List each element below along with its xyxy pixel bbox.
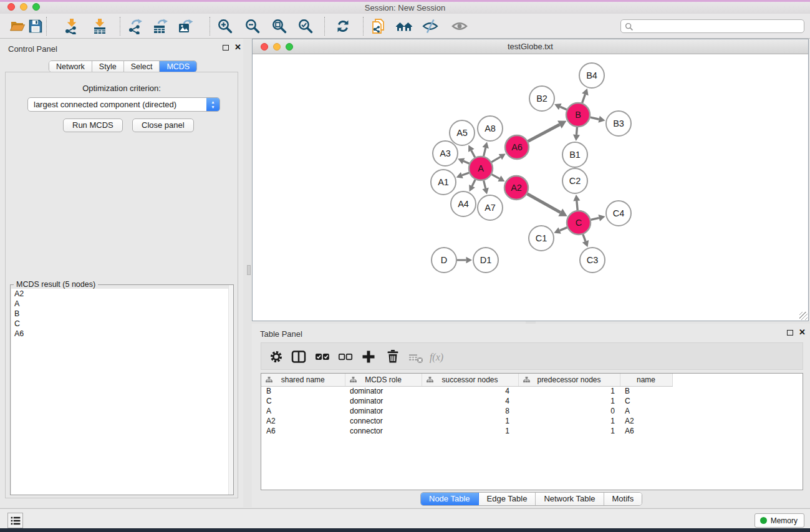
table-cell[interactable]: 0	[518, 406, 620, 416]
mcds-result-item[interactable]: A	[11, 299, 233, 309]
graph-node-C1[interactable]: C1	[529, 226, 554, 251]
graph-node-A8[interactable]: A8	[478, 116, 503, 141]
table-cell[interactable]: C	[620, 396, 672, 406]
export-network-icon[interactable]	[125, 16, 146, 37]
table-cell[interactable]: dominator	[345, 386, 422, 396]
zoom-window-button[interactable]	[32, 3, 40, 11]
tab-network[interactable]: Network	[49, 61, 92, 72]
gear-icon[interactable]	[266, 347, 286, 367]
zoom-selected-icon[interactable]	[295, 16, 316, 37]
graph-node-A4[interactable]: A4	[451, 191, 476, 216]
mcds-result-list[interactable]: A2ABCA6	[11, 289, 233, 495]
criterion-dropdown[interactable]: largest connected component (directed) ▲…	[27, 97, 220, 112]
table-cell[interactable]: connector	[345, 426, 422, 436]
graph-node-B2[interactable]: B2	[529, 86, 554, 111]
tab-select[interactable]: Select	[124, 61, 160, 72]
mcds-result-item[interactable]: A2	[11, 289, 233, 299]
column-header-predecessor-nodes[interactable]: predecessor nodes	[518, 374, 620, 386]
network-graph[interactable]: B4B2BB3A5A8A6A3B1AA1C2A2A4A7CC4C1C3DD1	[253, 54, 808, 321]
graph-node-B3[interactable]: B3	[606, 111, 631, 136]
table-cell[interactable]: A	[620, 406, 672, 416]
table-cell[interactable]: 1	[518, 416, 620, 426]
table-cell[interactable]: 4	[422, 396, 518, 406]
network-close-button[interactable]	[261, 43, 268, 51]
search-input[interactable]	[636, 21, 801, 32]
graph-node-C4[interactable]: C4	[606, 201, 631, 226]
close-window-button[interactable]	[7, 3, 15, 11]
network-zoom-button[interactable]	[286, 43, 293, 51]
column-header-shared-name[interactable]: shared name	[261, 374, 345, 386]
window-resize-grip[interactable]	[799, 312, 808, 320]
zoom-out-icon[interactable]	[242, 16, 263, 37]
table-cell[interactable]: B	[261, 386, 345, 396]
mcds-result-item[interactable]: B	[11, 309, 233, 319]
close-panel-icon[interactable]: ✕	[234, 42, 241, 52]
close-panel-button[interactable]: Close panel	[132, 118, 194, 132]
network-canvas[interactable]: B4B2BB3A5A8A6A3B1AA1C2A2A4A7CC4C1C3DD1	[253, 54, 808, 321]
table-cell[interactable]: 1	[518, 426, 620, 436]
minimize-window-button[interactable]	[20, 3, 27, 11]
table-cell[interactable]: A2	[261, 416, 345, 426]
zoom-fit-icon[interactable]	[269, 16, 290, 37]
export-image-icon[interactable]	[175, 16, 196, 37]
table-row[interactable]: A2connector11A2	[261, 416, 803, 426]
table-cell[interactable]: dominator	[345, 406, 422, 416]
task-history-button[interactable]	[7, 513, 23, 528]
mcds-result-item[interactable]: C	[11, 319, 233, 329]
table-cell[interactable]: A	[261, 406, 345, 416]
graph-node-D1[interactable]: D1	[473, 248, 498, 273]
graph-node-B1[interactable]: B1	[562, 142, 587, 167]
table-cell[interactable]: 1	[518, 396, 620, 406]
table-row[interactable]: Cdominator41C	[261, 396, 803, 406]
memory-button[interactable]: Memory	[755, 513, 804, 528]
run-mcds-button[interactable]: Run MCDS	[63, 118, 123, 132]
float-panel-icon[interactable]	[223, 45, 229, 51]
tab-edge-table[interactable]: Edge Table	[479, 493, 536, 506]
show-selected-icon[interactable]	[449, 16, 470, 37]
column-header-successor-nodes[interactable]: successor nodes	[422, 374, 518, 386]
new-network-from-file-icon[interactable]	[367, 16, 388, 37]
table-cell[interactable]: 1	[422, 416, 518, 426]
result-list-scrollbar[interactable]	[228, 285, 233, 495]
vertical-splitter-handle[interactable]	[247, 265, 251, 275]
mcds-result-item[interactable]: A6	[11, 329, 233, 339]
graph-node-C2[interactable]: C2	[562, 168, 587, 193]
column-header-name[interactable]: name	[620, 374, 672, 386]
graph-node-C3[interactable]: C3	[580, 248, 605, 273]
graph-node-A5[interactable]: A5	[450, 120, 475, 145]
import-table-icon[interactable]	[89, 16, 110, 37]
zoom-in-icon[interactable]	[215, 16, 236, 37]
table-cell[interactable]: dominator	[345, 396, 422, 406]
tab-mcds[interactable]: MCDS	[160, 61, 196, 72]
delete-table-icon[interactable]	[406, 347, 426, 367]
add-column-icon[interactable]	[359, 347, 378, 367]
table-row[interactable]: Adominator80A	[261, 406, 803, 416]
graph-node-A7[interactable]: A7	[478, 195, 503, 220]
table-cell[interactable]: connector	[345, 416, 422, 426]
graph-node-A2[interactable]: A2	[504, 176, 528, 200]
network-minimize-button[interactable]	[273, 43, 281, 51]
hide-selected-icon[interactable]	[420, 16, 441, 37]
graph-node-A1[interactable]: A1	[431, 170, 456, 195]
table-row[interactable]: A6connector11A6	[261, 426, 803, 436]
table-cell[interactable]: B	[620, 386, 672, 396]
show-all-networks-icon[interactable]	[393, 16, 415, 37]
tab-motifs[interactable]: Motifs	[604, 493, 642, 506]
import-network-icon[interactable]	[61, 16, 82, 37]
table-cell[interactable]: A6	[261, 426, 345, 436]
table-cell[interactable]: C	[261, 396, 345, 406]
graph-node-B[interactable]: B	[566, 103, 590, 127]
table-cell[interactable]: A6	[620, 426, 672, 436]
graph-node-B4[interactable]: B4	[579, 63, 604, 88]
export-table-icon[interactable]	[150, 16, 171, 37]
tab-network-table[interactable]: Network Table	[536, 493, 604, 506]
graph-node-D[interactable]: D	[432, 248, 456, 273]
table-cell[interactable]: 8	[422, 406, 518, 416]
close-panel-icon[interactable]: ✕	[799, 327, 806, 337]
split-columns-icon[interactable]	[289, 347, 309, 367]
graph-node-A6[interactable]: A6	[505, 135, 529, 159]
table-cell[interactable]: 4	[422, 386, 518, 396]
refresh-icon[interactable]	[332, 16, 354, 37]
table-cell[interactable]: A2	[620, 416, 672, 426]
save-session-icon[interactable]	[25, 16, 46, 37]
